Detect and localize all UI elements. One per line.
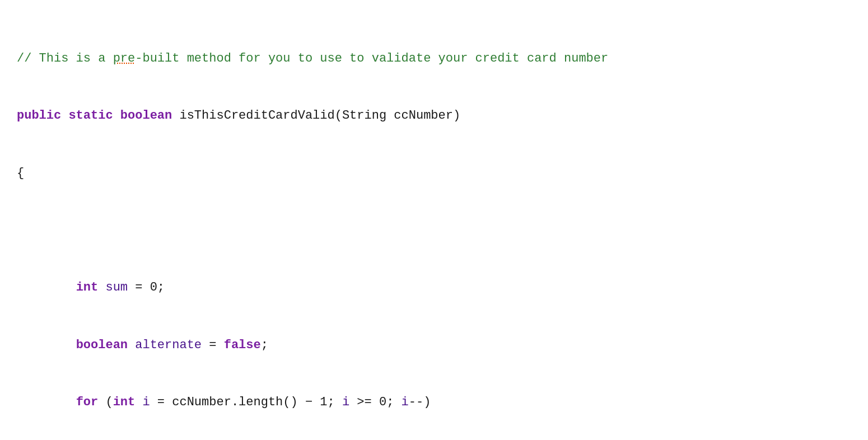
var-i-1: i (135, 395, 150, 409)
line-blank-1 (17, 221, 851, 240)
keyword-for: for (76, 395, 99, 409)
var-sum: sum (98, 280, 128, 294)
line-open-brace-outer: { (17, 164, 851, 183)
var-i-2: i (342, 395, 349, 409)
keyword-false: false (224, 338, 261, 352)
line-comment: // This is a pre-built method for you to… (17, 49, 851, 68)
keyword-boolean: boolean (120, 109, 172, 123)
line-signature: public static boolean isThisCreditCardVa… (17, 106, 851, 125)
keyword-boolean-2: boolean (76, 338, 128, 352)
type-string: String (342, 109, 386, 123)
code-block: // This is a pre-built method for you to… (17, 11, 851, 440)
keyword-int-2: int (113, 395, 136, 409)
comment-text: // This is a pre-built method for you to… (17, 52, 608, 65)
keyword-public: public (17, 109, 61, 123)
var-i-3: i (402, 395, 409, 409)
line-for-loop: for (int i = ccNumber.length() − 1; i >=… (17, 393, 851, 412)
var-alternate: alternate (128, 338, 202, 352)
line-int-sum: int sum = 0; (17, 278, 851, 297)
line-boolean-alternate: boolean alternate = false; (17, 336, 851, 355)
keyword-int-1: int (76, 280, 99, 294)
keyword-static: static (68, 109, 113, 123)
